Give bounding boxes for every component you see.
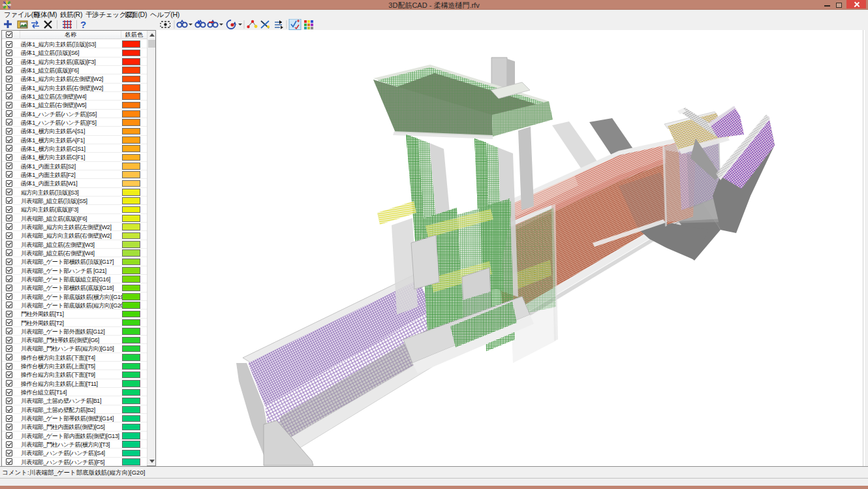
- svg-text:?: ?: [80, 19, 86, 30]
